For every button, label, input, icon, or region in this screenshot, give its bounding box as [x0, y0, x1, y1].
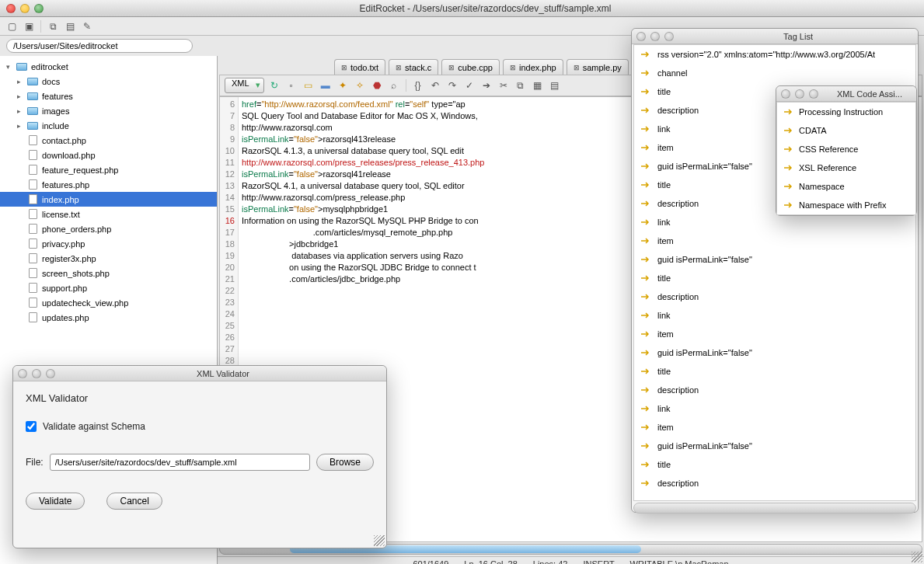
close-tab-icon[interactable]: ⊠	[341, 64, 347, 71]
browse-button[interactable]: Browse	[316, 454, 374, 471]
undo-icon[interactable]: ↶	[428, 78, 442, 92]
tag-item[interactable]: description	[634, 474, 915, 493]
find-icon[interactable]: ⌕	[387, 78, 401, 92]
tab-todo-txt[interactable]: ⊠todo.txt	[334, 59, 385, 75]
disclosure-icon[interactable]: ▸	[17, 78, 26, 85]
close-tab-icon[interactable]: ⊠	[510, 64, 516, 71]
tag-item[interactable]: guid isPermaLink="false"	[634, 250, 915, 269]
assist-item[interactable]: Namespace	[777, 177, 915, 196]
tree-item[interactable]: ▸features	[0, 89, 217, 103]
tree-item[interactable]: updates.php	[0, 310, 217, 325]
tag-item[interactable]: link	[634, 306, 915, 325]
copy2-icon[interactable]: ⧉	[514, 78, 528, 92]
tab-cube-cpp[interactable]: ⊠cube.cpp	[441, 59, 500, 75]
assist-item[interactable]: CSS Reference	[777, 140, 915, 158]
close-tab-icon[interactable]: ⊠	[574, 64, 580, 71]
zoom-icon[interactable]	[809, 89, 818, 99]
brackets-icon[interactable]: {}	[411, 78, 425, 92]
tag-item[interactable]: item	[634, 325, 915, 343]
tree-item[interactable]: screen_shots.php	[0, 266, 217, 280]
cut-icon[interactable]: ✂	[497, 78, 511, 92]
tag-item[interactable]: channel	[634, 64, 915, 82]
tree-item[interactable]: download.php	[0, 148, 217, 162]
tag-item[interactable]: item	[634, 418, 915, 437]
open-icon[interactable]: ▣	[22, 19, 36, 33]
tag-item[interactable]: guid isPermaLink="false"	[634, 343, 915, 362]
minimize-icon[interactable]	[795, 89, 804, 99]
tag-list-titlebar[interactable]: Tag List	[632, 29, 918, 44]
tool-icon[interactable]: ✎	[80, 19, 94, 33]
assist-item[interactable]: Namespace with Prefix	[777, 196, 915, 214]
tree-item[interactable]: ▾editrocket	[0, 59, 217, 74]
close-icon[interactable]	[18, 369, 27, 378]
arrow-icon[interactable]: ➔	[479, 78, 493, 92]
redo-icon[interactable]: ↷	[445, 78, 459, 92]
refresh-icon[interactable]: ↻	[267, 78, 281, 92]
tree-item[interactable]: feature_request.php	[0, 162, 217, 177]
validate-schema-checkbox[interactable]	[26, 421, 37, 432]
disclosure-icon[interactable]: ▸	[17, 107, 26, 115]
tree-item[interactable]: support.php	[0, 280, 217, 295]
minimize-icon[interactable]	[650, 32, 660, 41]
disclosure-icon[interactable]: ▾	[6, 63, 16, 71]
tag-item[interactable]: title	[634, 455, 915, 474]
close-window-icon[interactable]	[6, 4, 16, 13]
close-tab-icon[interactable]: ⊠	[448, 64, 455, 71]
disclosure-icon[interactable]: ▸	[17, 122, 26, 130]
open-file-icon[interactable]: ▭	[302, 78, 316, 92]
zoom-window-icon[interactable]	[34, 4, 44, 13]
close-icon[interactable]	[781, 89, 790, 99]
resize-handle-icon[interactable]	[374, 535, 385, 546]
zoom-icon[interactable]	[46, 369, 55, 378]
path-input[interactable]	[6, 39, 193, 53]
tag-item[interactable]: title	[634, 362, 915, 381]
tree-item[interactable]: features.php	[0, 177, 217, 192]
assist-titlebar[interactable]: XML Code Assi...	[776, 86, 916, 102]
paste-icon[interactable]: ▦	[531, 78, 545, 92]
close-tab-icon[interactable]: ⊠	[396, 64, 402, 71]
tag-item[interactable]: item	[634, 232, 915, 250]
tag-item[interactable]: guid isPermaLink="false"	[634, 437, 915, 455]
tag-item[interactable]: description	[634, 381, 915, 399]
minimize-icon[interactable]	[32, 369, 41, 378]
close-icon[interactable]	[636, 32, 646, 41]
tree-item[interactable]: license.txt	[0, 207, 217, 221]
validate-button[interactable]: Validate	[26, 493, 85, 510]
tab-index-php[interactable]: ⊠index.php	[503, 59, 563, 75]
assist-item[interactable]: XSL Reference	[777, 158, 915, 177]
tree-item[interactable]: ▸include	[0, 118, 217, 133]
save-icon[interactable]: ▬	[319, 78, 333, 92]
tag-item[interactable]: rss version="2.0" xmlns:atom="http://www…	[634, 45, 915, 64]
main-resize-handle-icon[interactable]	[912, 552, 922, 562]
minimize-window-icon[interactable]	[20, 4, 30, 13]
tree-item[interactable]: phone_orders.php	[0, 221, 217, 236]
checkmark-icon[interactable]: ✓	[462, 78, 476, 92]
tree-item[interactable]: privacy.php	[0, 236, 217, 251]
stop-icon[interactable]: ⬣	[370, 78, 384, 92]
tag-item[interactable]: link	[634, 399, 915, 418]
file-path-input[interactable]	[50, 454, 310, 471]
tree-item[interactable]: ▸docs	[0, 74, 217, 89]
tab-stack-c[interactable]: ⊠stack.c	[389, 59, 438, 75]
wand2-icon[interactable]: ✧	[353, 78, 367, 92]
more-icon[interactable]: ▤	[548, 78, 562, 92]
validator-titlebar[interactable]: XML Validator	[13, 366, 386, 381]
tree-item[interactable]: ▸images	[0, 103, 217, 118]
assist-item[interactable]: CDATA	[777, 121, 915, 140]
assist-items[interactable]: Processing InstructionCDATACSS Reference…	[776, 102, 916, 215]
cancel-button[interactable]: Cancel	[106, 493, 162, 510]
new-file-icon[interactable]: ▫	[284, 78, 298, 92]
tag-item[interactable]: description	[634, 287, 915, 306]
tree-item-selected[interactable]: index.php	[0, 192, 217, 207]
copy-icon[interactable]: ⧉	[46, 19, 60, 33]
tree-item[interactable]: register3x.php	[0, 251, 217, 266]
language-select[interactable]: XML	[225, 78, 264, 93]
tab-sample-py[interactable]: ⊠sample.py	[567, 59, 629, 75]
book-icon[interactable]: ▤	[63, 19, 77, 33]
tree-item[interactable]: contact.php	[0, 133, 217, 148]
new-icon[interactable]: ▢	[5, 19, 19, 33]
tag-item[interactable]: title	[634, 269, 915, 287]
wand-icon[interactable]: ✦	[336, 78, 350, 92]
disclosure-icon[interactable]: ▸	[17, 92, 26, 100]
tag-list-scrollbar[interactable]	[633, 503, 916, 514]
